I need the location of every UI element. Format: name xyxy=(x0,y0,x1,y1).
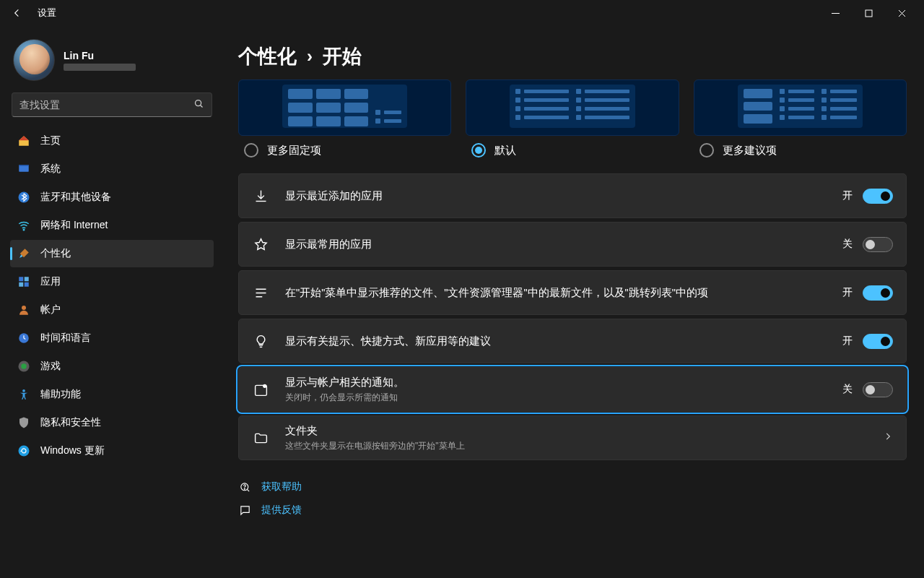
main-content: 个性化 › 开始 xyxy=(224,26,924,578)
apps-icon xyxy=(17,275,30,288)
toggle-state: 关 xyxy=(842,238,853,251)
setting-title: 文件夹 xyxy=(285,424,877,438)
window-controls xyxy=(819,1,918,25)
system-icon xyxy=(17,163,30,176)
svg-point-17 xyxy=(263,384,266,387)
search-input[interactable] xyxy=(19,99,193,111)
titlebar: 设置 xyxy=(0,0,924,26)
breadcrumb-current: 开始 xyxy=(323,43,362,69)
nav-label: 主页 xyxy=(40,134,61,147)
nav-label: 系统 xyxy=(40,163,61,176)
toggle-account-notif[interactable] xyxy=(863,382,893,397)
layout-default[interactable] xyxy=(466,79,679,136)
user-name: Lin Fu xyxy=(64,50,136,61)
nav-personalization[interactable]: 个性化 xyxy=(10,240,214,267)
toggle-state: 开 xyxy=(842,189,853,202)
profile[interactable]: Lin Fu xyxy=(10,33,214,91)
window-title: 设置 xyxy=(38,7,56,20)
download-icon xyxy=(252,187,269,204)
toggle-state: 关 xyxy=(842,383,853,396)
layout-more-pins[interactable] xyxy=(238,79,451,136)
update-icon xyxy=(17,444,30,457)
maximize-button[interactable] xyxy=(852,1,885,25)
nav-label: 蓝牙和其他设备 xyxy=(40,191,111,204)
svg-point-13 xyxy=(21,363,27,369)
setting-title: 显示有关提示、快捷方式、新应用等的建议 xyxy=(285,335,842,348)
lightbulb-icon xyxy=(252,332,269,350)
feedback-icon xyxy=(238,504,251,517)
radio-default[interactable]: 默认 xyxy=(466,143,679,158)
avatar xyxy=(13,39,55,81)
link-label: 获取帮助 xyxy=(261,480,302,493)
setting-recommended: 在"开始"菜单中显示推荐的文件、"文件资源管理器"中的最新文件，以及"跳转列表"… xyxy=(238,270,907,315)
close-button[interactable] xyxy=(885,1,918,25)
user-email xyxy=(64,64,136,71)
setting-subtitle: 关闭时，仍会显示所需的通知 xyxy=(285,392,842,404)
radio-icon xyxy=(244,143,258,158)
svg-rect-8 xyxy=(19,282,23,287)
breadcrumb-parent[interactable]: 个性化 xyxy=(238,43,297,69)
chevron-right-icon: › xyxy=(307,46,313,66)
setting-subtitle: 这些文件夹显示在电源按钮旁边的"开始"菜单上 xyxy=(285,440,877,452)
nav-privacy[interactable]: 隐私和安全性 xyxy=(10,409,214,436)
nav-apps[interactable]: 应用 xyxy=(10,268,214,296)
svg-point-5 xyxy=(23,229,25,230)
svg-point-15 xyxy=(19,446,30,457)
brush-icon xyxy=(17,247,30,260)
nav-time[interactable]: 时间和语言 xyxy=(10,324,214,352)
search-icon xyxy=(193,98,204,112)
radio-label: 默认 xyxy=(494,144,516,158)
star-icon xyxy=(252,236,269,253)
toggle-recently-added[interactable] xyxy=(863,189,893,204)
layout-more-recs[interactable] xyxy=(694,79,907,136)
setting-title: 显示最近添加的应用 xyxy=(285,189,842,203)
svg-rect-6 xyxy=(19,277,23,281)
breadcrumb: 个性化 › 开始 xyxy=(238,43,907,69)
feedback-link[interactable]: 提供反馈 xyxy=(238,504,907,517)
nav-network[interactable]: 网络和 Internet xyxy=(10,212,214,239)
toggle-most-used[interactable] xyxy=(863,237,893,252)
setting-folders[interactable]: 文件夹 这些文件夹显示在电源按钮旁边的"开始"菜单上 xyxy=(238,415,907,460)
radio-more-recs[interactable]: 更多建议项 xyxy=(694,143,907,158)
nav-label: 应用 xyxy=(40,275,61,288)
footer-links: 获取帮助 提供反馈 xyxy=(238,480,907,531)
nav-update[interactable]: Windows 更新 xyxy=(10,437,214,465)
nav-gaming[interactable]: 游戏 xyxy=(10,353,214,380)
svg-rect-3 xyxy=(19,165,29,166)
nav-home[interactable]: 主页 xyxy=(10,127,214,155)
gaming-icon xyxy=(17,360,30,373)
minimize-button[interactable] xyxy=(819,1,852,25)
setting-title: 显示最常用的应用 xyxy=(285,238,842,251)
nav-label: 时间和语言 xyxy=(40,332,91,345)
radio-icon xyxy=(471,143,486,158)
shield-icon xyxy=(17,416,30,429)
svg-point-10 xyxy=(22,306,26,310)
nav-bluetooth[interactable]: 蓝牙和其他设备 xyxy=(10,184,214,211)
layout-previews xyxy=(238,79,907,136)
person-icon xyxy=(17,303,30,316)
radio-label: 更多固定项 xyxy=(267,144,321,158)
nav: 主页 系统 蓝牙和其他设备 网络和 Internet 个性化 应用 xyxy=(10,127,214,465)
setting-recently-added: 显示最近添加的应用 开 xyxy=(238,173,907,218)
nav-accounts[interactable]: 帐户 xyxy=(10,296,214,324)
radio-label: 更多建议项 xyxy=(723,144,777,158)
list-icon xyxy=(252,284,269,301)
setting-account-notif: 显示与帐户相关的通知。 关闭时，仍会显示所需的通知 关 xyxy=(238,367,907,412)
search-box[interactable] xyxy=(12,92,212,117)
wifi-icon xyxy=(17,219,30,232)
help-link[interactable]: 获取帮助 xyxy=(238,480,907,493)
help-icon xyxy=(238,480,251,493)
back-button[interactable] xyxy=(6,1,29,25)
radio-icon xyxy=(699,143,714,158)
nav-accessibility[interactable]: 辅助功能 xyxy=(10,381,214,408)
toggle-tips[interactable] xyxy=(863,334,893,349)
svg-rect-7 xyxy=(25,277,29,281)
svg-rect-9 xyxy=(25,282,29,287)
svg-rect-0 xyxy=(866,10,872,17)
radio-more-pins[interactable]: 更多固定项 xyxy=(238,143,451,158)
nav-system[interactable]: 系统 xyxy=(10,155,214,183)
nav-label: 隐私和安全性 xyxy=(40,416,101,429)
svg-point-14 xyxy=(22,389,25,392)
nav-label: 辅助功能 xyxy=(40,388,81,401)
toggle-recommended[interactable] xyxy=(863,285,893,301)
